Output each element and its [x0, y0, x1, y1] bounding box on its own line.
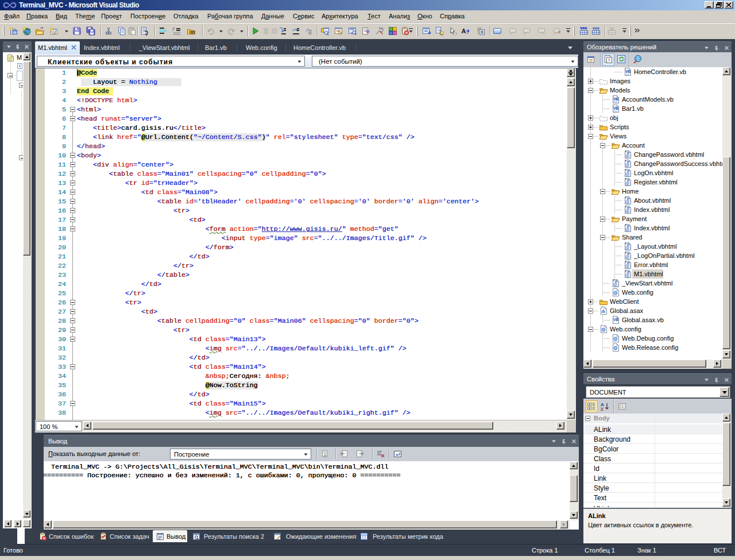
svg-text:@: @: [626, 163, 629, 168]
svg-text:@: @: [626, 181, 629, 186]
svg-text:VB: VB: [613, 318, 618, 322]
svg-text:@: @: [626, 208, 629, 214]
svg-text:@: @: [626, 245, 629, 250]
svg-text:Z: Z: [601, 407, 604, 411]
svg-text:@: @: [626, 172, 629, 177]
svg-text:@: @: [626, 273, 629, 278]
svg-text:VB: VB: [625, 69, 630, 74]
svg-text:@: @: [614, 282, 617, 287]
svg-text:VB: VB: [613, 97, 618, 101]
svg-text:@: @: [626, 227, 629, 232]
svg-text:A: A: [462, 28, 466, 34]
svg-text:@: @: [626, 254, 629, 260]
svg-text:@: @: [626, 199, 629, 204]
svg-text:VB: VB: [613, 106, 618, 110]
svg-text:@: @: [626, 153, 629, 159]
svg-text:@: @: [626, 264, 629, 269]
